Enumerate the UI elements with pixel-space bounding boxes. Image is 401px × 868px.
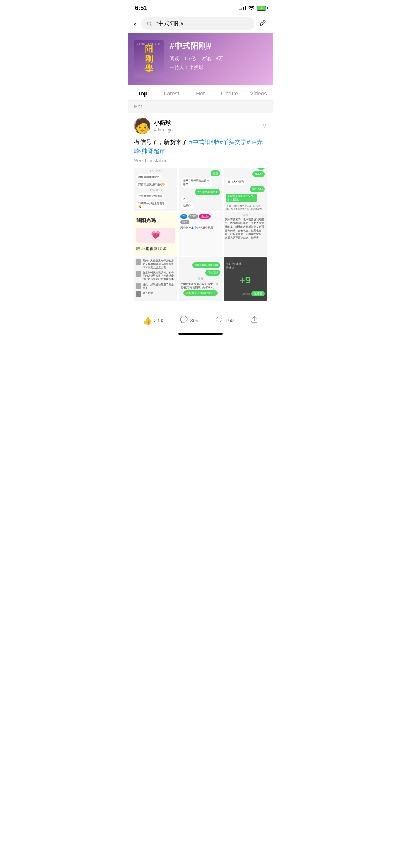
search-input-wrap[interactable]: #中式阳刚#	[141, 17, 254, 30]
grid-cell-4: 我阳光吗 💗 嗯 我也很喜欢你	[134, 212, 177, 256]
tab-videos[interactable]: Videos	[244, 85, 273, 100]
book-cover: YANGGANGYUE 阳刚學	[134, 40, 164, 78]
repost-button[interactable]: 160	[215, 315, 234, 325]
tabs-bar: Top Latest Hot Picture Videos	[128, 85, 273, 101]
signal-icon	[239, 6, 246, 10]
grid-cell-6: 04-06 我不需要相亲，也不需要说我有能力，因为我的车很贵，有女人因为我的车，…	[224, 212, 267, 256]
search-icon	[147, 21, 152, 26]
hero-title: #中式阳刚#	[170, 40, 267, 52]
see-translation[interactable]: See Translation	[134, 158, 267, 163]
tab-picture[interactable]: Picture	[215, 85, 244, 100]
hero-host: 主持人：小奶球	[170, 64, 267, 71]
verified-badge: V	[144, 128, 150, 134]
grid-cell-9: 挺好的 微胖 最迷人 +9 20:39 你多长	[224, 257, 267, 301]
status-time: 6:51	[135, 4, 147, 12]
battery-icon: ⚡	[257, 6, 266, 11]
post-time: 4 hrs ago	[154, 127, 262, 133]
comment-count: 399	[190, 318, 198, 323]
grid-cell-2: 傻逼 渔网在黑丝面前就是个弟弟 大早上恶心我来了 ? 我恶心	[179, 168, 222, 211]
like-button[interactable]: 👍 2.9k	[143, 316, 163, 325]
grid-cell-3: no 我不想 你怕大鸡巴吗 我不害怕 不过我不喜欢在社交网络上看到... 了解，…	[224, 168, 267, 211]
hashtag-yatou[interactable]: #丫头文学#	[219, 139, 250, 145]
post-header: 🧑 V 小奶球 4 hrs ago ∨	[134, 118, 267, 134]
action-bar: 👍 2.9k 399 160	[128, 311, 273, 330]
search-query-text: #中式阳刚#	[155, 20, 184, 27]
section-hot-label: Hot	[128, 101, 273, 113]
hero-banner: YANGGANGYUE 阳刚學 #中式阳刚# 阅读：1.7亿 讨论：8万 主持人…	[128, 33, 273, 85]
home-bar	[178, 333, 223, 335]
grid-cell-5: 28 Sado 各生涯 散省 高冷女神👗 脱掉衣服你就是	[179, 212, 222, 256]
wifi-icon	[248, 5, 255, 11]
share-icon	[250, 315, 258, 325]
tab-hot[interactable]: Hot	[186, 85, 215, 100]
hashtag-zhongshi[interactable]: #中式阳刚#	[189, 139, 219, 145]
post-content: 有信号了，新货来了 #中式阳刚##丫头文学# ⊙赤峰·帅哥超市	[134, 138, 267, 156]
post-username[interactable]: 小奶球	[154, 120, 262, 127]
tab-latest[interactable]: Latest	[157, 85, 186, 100]
status-icons: ⚡	[239, 5, 266, 11]
grid-cell-7: 我的个人信息没有保密的必要，如果你男朋友想要知道你可以爱么说怎么说 防止到时候出…	[134, 257, 177, 301]
edit-button[interactable]	[259, 19, 267, 29]
share-button[interactable]	[250, 315, 258, 325]
like-count: 2.9k	[154, 318, 163, 323]
book-chinese-chars: 阳刚學	[145, 44, 153, 74]
like-icon: 👍	[143, 316, 152, 325]
image-grid: 2-14 15:54 姐姐来跟我做爱吧 跟你男朋友没前途的😏 2-16 21:1…	[134, 168, 267, 301]
avatar[interactable]: 🧑 V	[134, 118, 150, 134]
chevron-down-icon[interactable]: ∨	[262, 122, 267, 130]
tab-top[interactable]: Top	[128, 85, 157, 100]
svg-line-1	[150, 25, 152, 26]
repost-icon	[215, 315, 223, 325]
comment-icon	[180, 315, 188, 325]
search-bar: ‹ #中式阳刚#	[128, 14, 273, 33]
comment-button[interactable]: 399	[180, 315, 198, 325]
post-card: 🧑 V 小奶球 4 hrs ago ∨ 有信号了，新货来了 #中式阳刚##丫头文…	[128, 113, 273, 311]
hero-info: #中式阳刚# 阅读：1.7亿 讨论：8万 主持人：小奶球	[170, 40, 267, 71]
book-top-text: YANGGANGYUE	[137, 43, 161, 45]
hero-reads: 阅读：1.7亿 讨论：8万	[170, 55, 267, 62]
grid-cell-8: 哈哈哈哈哈哈哈哈哈 可以可以 闺蜜 平时我的极限差不多是16cm，但是看完你的骚…	[179, 257, 222, 301]
back-button[interactable]: ‹	[134, 19, 137, 28]
repost-count: 160	[225, 318, 234, 323]
grid-cell-1: 2-14 15:54 姐姐来跟我做爱吧 跟你男朋友没前途的😏 2-16 21:1…	[134, 168, 177, 211]
post-user-info: 小奶球 4 hrs ago	[154, 120, 262, 133]
status-bar: 6:51 ⚡	[128, 0, 273, 14]
home-indicator	[128, 330, 273, 338]
